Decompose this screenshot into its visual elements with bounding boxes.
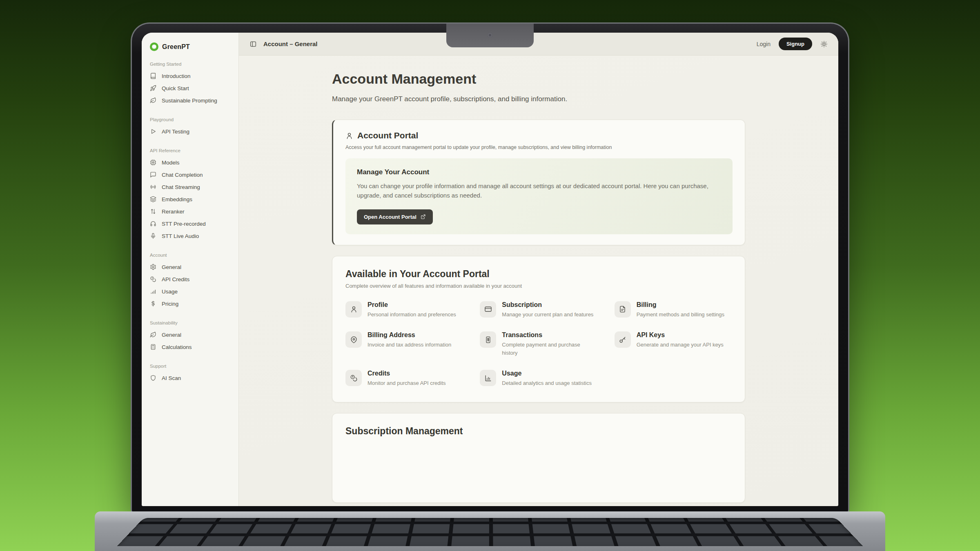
sidebar-item-label: General [162,264,181,270]
sidebar-item-sustainability-general[interactable]: General [142,329,238,341]
sidebar-item-quick-start[interactable]: Quick Start [142,82,238,94]
sidebar-item-usage[interactable]: Usage [142,285,238,298]
sidebar-section-label: Sustainability [142,320,238,325]
user-icon [350,305,358,313]
manage-account-body: You can change your profile information … [357,181,721,200]
feature-billing: Billing Payment methods and billing sett… [615,301,732,319]
sidebar-item-label: STT Live Audio [162,233,199,239]
sidebar-item-embeddings[interactable]: Embeddings [142,193,238,205]
feature-profile: Profile Personal information and prefere… [345,301,463,319]
open-account-portal-label: Open Account Portal [364,214,416,220]
sidebar-item-calculations[interactable]: Calculations [142,341,238,353]
feature-subscription: Subscription Manage your current plan an… [480,301,597,319]
feature-title: Billing Address [368,331,451,339]
sidebar-section-account: Account General API Credits Usage Pricin… [142,253,238,310]
subscription-management-card: Subscription Management [332,413,745,503]
sidebar-item-chat-completion[interactable]: Chat Completion [142,169,238,181]
sidebar-item-reranker[interactable]: Reranker [142,205,238,218]
book-icon [150,73,156,79]
layers-icon [150,196,156,202]
sidebar-item-account-general[interactable]: General [142,261,238,273]
external-link-icon [420,214,426,220]
feature-description: Monitor and purchase API credits [368,379,446,387]
feature-title: Usage [502,370,592,377]
open-account-portal-button[interactable]: Open Account Portal [357,209,433,224]
bar-chart-frame-icon [484,374,492,382]
feature-description: Invoice and tax address information [368,341,451,349]
sidebar-item-label: Chat Streaming [162,184,200,190]
features-card-title: Available in Your Account Portal [345,269,732,280]
sidebar-item-label: Models [162,160,180,166]
signup-button[interactable]: Signup [779,38,812,50]
sidebar-item-models[interactable]: Models [142,156,238,169]
laptop-base [95,511,885,551]
shield-icon [150,375,156,381]
feature-usage: Usage Detailed analytics and usage stati… [480,370,597,387]
file-text-icon [619,305,626,313]
login-button[interactable]: Login [757,41,771,47]
portal-card-title: Account Portal [357,131,418,140]
sidebar-item-ai-scan[interactable]: AI Scan [142,372,238,384]
leaf-icon [150,331,156,338]
sidebar-item-api-credits[interactable]: API Credits [142,273,238,285]
credit-card-icon [484,305,492,313]
sidebar-item-stt-pre-recorded[interactable]: STT Pre-recorded [142,218,238,230]
brand-name: GreenPT [162,43,190,51]
sidebar-item-stt-live-audio[interactable]: STT Live Audio [142,230,238,242]
portal-card-description: Access your full account management port… [345,144,733,150]
sidebar-section-playground: Playground API Testing [142,117,238,138]
sidebar-section-label: Account [142,253,238,258]
main-content: Account Management Manage your GreenPT a… [239,56,838,506]
camera-notch [446,24,534,47]
feature-billing-address: Billing Address Invoice and tax address … [345,331,463,357]
feature-description: Complete payment and purchase history [502,341,597,357]
feature-title: Credits [368,370,446,377]
sidebar-item-label: Pricing [162,301,178,307]
laptop-screen: GreenPT Getting Started Introduction Qui… [131,22,849,512]
feature-title: API Keys [637,331,724,339]
sidebar-item-label: Quick Start [162,85,189,91]
sidebar-item-label: Usage [162,289,178,295]
sidebar-item-label: Reranker [162,209,185,215]
subscription-card-title: Subscription Management [345,426,732,437]
feature-credits: Credits Monitor and purchase API credits [345,370,463,387]
scene: { "app": { "brand": {"name": "GreenPT", … [0,0,980,551]
feature-transactions: Transactions Complete payment and purcha… [480,331,597,357]
sidebar-item-sustainable-prompting[interactable]: Sustainable Prompting [142,94,238,107]
account-portal-card: Account Portal Access your full account … [332,120,745,245]
receipt-icon [484,336,492,344]
sidebar-section-label: Support [142,364,238,369]
dollar-icon [150,300,156,307]
coins-icon [150,276,156,282]
webcam-icon [488,33,492,38]
sidebar-item-pricing[interactable]: Pricing [142,298,238,310]
leaf-icon [150,97,156,104]
portal-features-card: Available in Your Account Portal Complet… [332,256,745,402]
sidebar-item-label: Embeddings [162,196,192,202]
sidebar-item-introduction[interactable]: Introduction [142,70,238,82]
page-breadcrumb-title: Account – General [263,40,318,47]
sidebar-item-label: API Testing [162,129,189,135]
brand[interactable]: GreenPT [142,42,238,51]
sidebar-item-chat-streaming[interactable]: Chat Streaming [142,181,238,193]
sidebar-section-label: Playground [142,117,238,122]
stream-icon [150,184,156,190]
sidebar-item-api-testing[interactable]: API Testing [142,125,238,138]
keyboard [117,518,863,546]
user-icon [345,132,353,140]
sidebar-section-label: API Reference [142,148,238,153]
sidebar-section-support: Support AI Scan [142,364,238,384]
sidebar-item-label: Chat Completion [162,172,203,178]
sidebar-section-sustainability: Sustainability General Calculations [142,320,238,353]
feature-description: Generate and manage your API keys [637,341,724,349]
microphone-icon [150,233,156,239]
rocket-icon [150,85,156,91]
feature-title: Profile [368,301,456,309]
feature-description: Personal information and preferences [368,311,456,319]
key-icon [619,336,626,344]
sun-icon[interactable] [820,40,828,48]
sidebar-section-api-reference: API Reference Models Chat Completion Cha… [142,148,238,242]
sidebar: GreenPT Getting Started Introduction Qui… [142,33,239,506]
feature-description: Manage your current plan and features [502,311,593,319]
panel-left-icon[interactable] [249,40,257,48]
